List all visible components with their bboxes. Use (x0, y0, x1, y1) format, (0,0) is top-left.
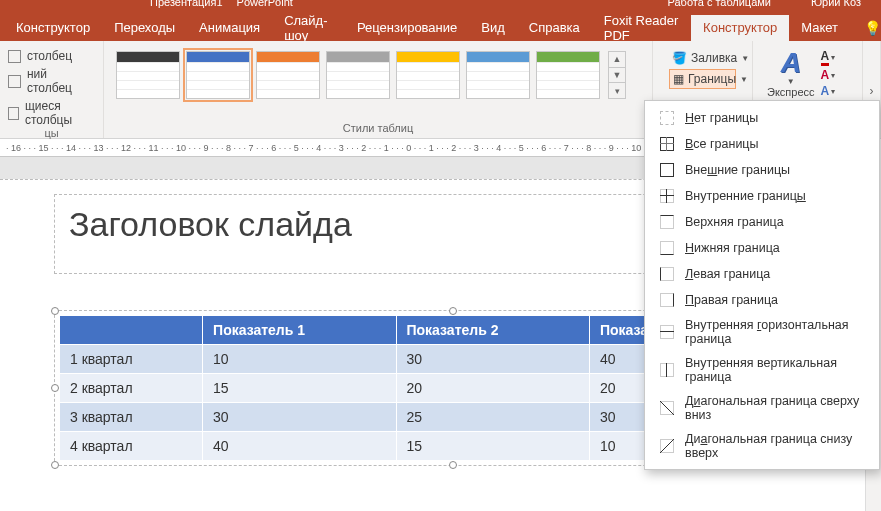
table-style-thumb[interactable] (186, 51, 250, 99)
checkbox-icon (8, 107, 19, 120)
ribbon-tab[interactable]: Вид (469, 15, 517, 41)
dropdown-icon: ▼ (741, 54, 749, 63)
border-type-icon (659, 214, 675, 230)
menu-item-label: Левая граница (685, 267, 770, 281)
border-type-icon (659, 110, 675, 126)
wordart-quick-icon[interactable]: A (781, 49, 801, 77)
doc-name: Презентация1 (150, 0, 223, 8)
table-cell[interactable]: 15 (203, 374, 396, 403)
table-cell[interactable]: 10 (203, 345, 396, 374)
table-option[interactable]: ний столбец (8, 67, 95, 95)
menu-item-label: Верхняя граница (685, 215, 784, 229)
table-style-thumb[interactable] (116, 51, 180, 99)
resize-handle[interactable] (449, 307, 457, 315)
resize-handle[interactable] (51, 461, 59, 469)
table-cell[interactable]: 15 (396, 432, 589, 461)
styles-scroll[interactable]: ▲ ▼ ▾ (608, 51, 626, 99)
resize-handle[interactable] (51, 384, 59, 392)
svg-line-0 (660, 401, 674, 415)
menu-item-label: Внутренняя вертикальная граница (685, 356, 865, 384)
ribbon-tabs: КонструкторПереходыАнимацияСлайд-шоуРеце… (0, 15, 881, 41)
border-menu-item[interactable]: Все границы (645, 131, 879, 157)
checkbox-icon (8, 75, 21, 88)
border-type-icon (659, 324, 675, 340)
row-label-cell[interactable]: 4 квартал (60, 432, 203, 461)
text-outline-button[interactable]: A▾ (821, 68, 836, 82)
svg-line-1 (660, 439, 674, 453)
table-style-thumb[interactable] (256, 51, 320, 99)
styles-scroll-more[interactable]: ▾ (609, 83, 625, 98)
dropdown-icon: ▼ (740, 75, 748, 84)
border-type-icon (659, 400, 675, 416)
table-styles-group: ▲ ▼ ▾ Стили таблиц (104, 41, 653, 138)
styles-scroll-down[interactable]: ▼ (609, 68, 625, 84)
ribbon-tab[interactable]: Справка (517, 15, 592, 41)
row-label-cell[interactable]: 2 квартал (60, 374, 203, 403)
table-header-cell[interactable]: Показатель 2 (396, 316, 589, 345)
menu-item-label: Нет границы (685, 111, 758, 125)
ribbon-tab[interactable]: Рецензирование (345, 15, 469, 41)
border-type-icon (659, 162, 675, 178)
group-label-styles: Стили таблиц (112, 122, 644, 136)
table-cell[interactable]: 40 (203, 432, 396, 461)
table-header-cell[interactable]: Показатель 1 (203, 316, 396, 345)
table-cell[interactable]: 25 (396, 403, 589, 432)
menu-item-label: Правая граница (685, 293, 778, 307)
menu-item-label: Диагональная граница сверху вниз (685, 394, 865, 422)
menu-item-label: Все границы (685, 137, 759, 151)
table-option[interactable]: щиеся столбцы (8, 99, 95, 127)
menu-item-label: Нижняя граница (685, 241, 780, 255)
border-type-icon (659, 188, 675, 204)
menu-item-label: Внутренние границы (685, 189, 806, 203)
table-cell[interactable]: 20 (396, 374, 589, 403)
row-label-cell[interactable]: 1 квартал (60, 345, 203, 374)
border-menu-item[interactable]: Внутренняя горизонтальная граница (645, 313, 879, 351)
chevron-right-icon: › (870, 84, 874, 98)
border-type-icon (659, 292, 675, 308)
table-style-thumb[interactable] (466, 51, 530, 99)
table-header-cell[interactable] (60, 316, 203, 345)
ribbon-tab[interactable]: Анимация (187, 15, 272, 41)
ribbon-tab[interactable]: Переходы (102, 15, 187, 41)
border-menu-item[interactable]: Правая граница (645, 287, 879, 313)
text-effects-button[interactable]: A▾ (821, 84, 836, 98)
table-options-group: столбецний столбецщиеся столбцы цы (0, 41, 104, 138)
shading-button[interactable]: 🪣 Заливка ▼ (669, 49, 736, 67)
border-menu-item[interactable]: Нижняя граница (645, 235, 879, 261)
bucket-icon: 🪣 (672, 50, 687, 66)
border-menu-item[interactable]: Нет границы (645, 105, 879, 131)
borders-dropdown-menu: Нет границыВсе границыВнешние границыВну… (644, 100, 880, 470)
border-menu-item[interactable]: Диагональная граница сверху вниз (645, 389, 879, 427)
table-style-thumb[interactable] (536, 51, 600, 99)
border-menu-item[interactable]: Левая граница (645, 261, 879, 287)
resize-handle[interactable] (449, 461, 457, 469)
tell-me-icon[interactable]: 💡 (864, 20, 881, 36)
context-tab-label: Работа с таблицами (668, 0, 771, 8)
border-menu-item[interactable]: Внутренняя вертикальная граница (645, 351, 879, 389)
ribbon-tab[interactable]: Конструктор (4, 15, 102, 41)
table-style-thumb[interactable] (396, 51, 460, 99)
titlebar: Презентация1 PowerPoint Работа с таблица… (0, 0, 881, 15)
resize-handle[interactable] (51, 307, 59, 315)
border-menu-item[interactable]: Внешние границы (645, 157, 879, 183)
border-type-icon (659, 240, 675, 256)
table-option[interactable]: столбец (8, 49, 95, 63)
border-type-icon (659, 136, 675, 152)
checkbox-icon (8, 50, 21, 63)
border-type-icon (659, 266, 675, 282)
ribbon-tab[interactable]: Макет (789, 15, 850, 41)
table-cell[interactable]: 30 (396, 345, 589, 374)
user-name: Юрий Коз (811, 0, 861, 8)
border-menu-item[interactable]: Внутренние границы (645, 183, 879, 209)
borders-button[interactable]: ▦ Границы ▼ (669, 69, 736, 89)
styles-scroll-up[interactable]: ▲ (609, 52, 625, 68)
border-menu-item[interactable]: Верхняя граница (645, 209, 879, 235)
table-style-thumb[interactable] (326, 51, 390, 99)
menu-item-label: Внутренняя горизонтальная граница (685, 318, 865, 346)
text-fill-button[interactable]: A▾ (821, 49, 836, 66)
express-label: Экспресс (767, 86, 815, 98)
ribbon-tab[interactable]: Конструктор (691, 15, 789, 41)
border-menu-item[interactable]: Диагональная граница снизу вверх (645, 427, 879, 465)
row-label-cell[interactable]: 3 квартал (60, 403, 203, 432)
table-cell[interactable]: 30 (203, 403, 396, 432)
